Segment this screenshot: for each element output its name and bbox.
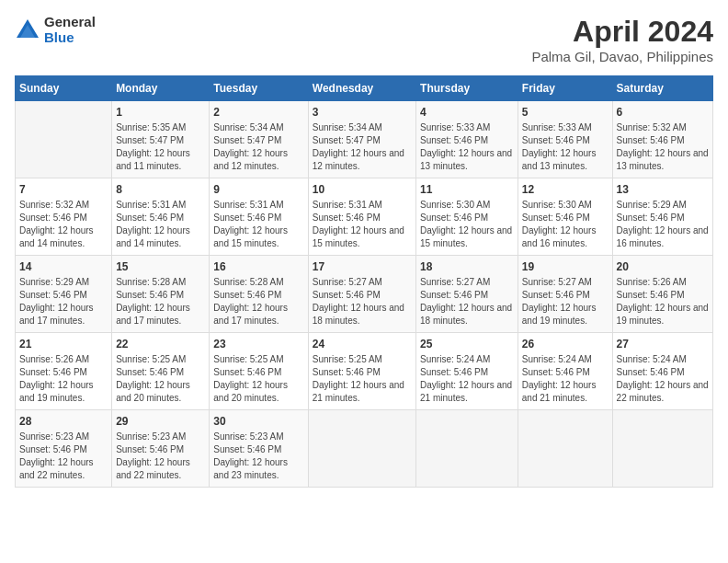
day-number: 3 (313, 106, 412, 119)
day-detail: Sunrise: 5:27 AMSunset: 5:46 PMDaylight:… (313, 276, 412, 327)
day-detail: Sunrise: 5:24 AMSunset: 5:46 PMDaylight:… (617, 353, 709, 405)
day-number: 29 (116, 415, 205, 428)
day-detail: Sunrise: 5:28 AMSunset: 5:46 PMDaylight:… (213, 276, 303, 327)
day-number: 7 (19, 183, 108, 196)
day-number: 30 (213, 415, 303, 428)
day-detail: Sunrise: 5:31 AMSunset: 5:46 PMDaylight:… (116, 199, 205, 250)
day-number: 15 (116, 260, 205, 273)
week-row-4: 21 Sunrise: 5:26 AMSunset: 5:46 PMDaylig… (16, 333, 713, 410)
day-detail: Sunrise: 5:28 AMSunset: 5:46 PMDaylight:… (116, 276, 205, 327)
day-number: 19 (522, 260, 609, 273)
day-detail: Sunrise: 5:26 AMSunset: 5:46 PMDaylight:… (19, 353, 108, 405)
calendar-cell: 22 Sunrise: 5:25 AMSunset: 5:46 PMDaylig… (112, 333, 210, 410)
header-tuesday: Tuesday (210, 76, 308, 101)
day-number: 8 (116, 183, 205, 196)
header-friday: Friday (518, 76, 612, 101)
calendar-cell: 9 Sunrise: 5:31 AMSunset: 5:46 PMDayligh… (210, 178, 308, 256)
calendar-cell: 24 Sunrise: 5:25 AMSunset: 5:46 PMDaylig… (308, 333, 415, 410)
calendar-cell: 8 Sunrise: 5:31 AMSunset: 5:46 PMDayligh… (112, 178, 210, 256)
logo-general-text: General (44, 15, 96, 30)
day-detail: Sunrise: 5:35 AMSunset: 5:47 PMDaylight:… (116, 121, 205, 173)
day-detail: Sunrise: 5:29 AMSunset: 5:46 PMDaylight:… (19, 276, 108, 327)
day-number: 20 (617, 260, 709, 273)
day-number: 17 (313, 260, 412, 273)
day-detail: Sunrise: 5:24 AMSunset: 5:46 PMDaylight:… (522, 353, 609, 405)
day-detail: Sunrise: 5:32 AMSunset: 5:46 PMDaylight:… (19, 199, 108, 250)
calendar-cell: 25 Sunrise: 5:24 AMSunset: 5:46 PMDaylig… (416, 333, 518, 410)
calendar-cell: 20 Sunrise: 5:26 AMSunset: 5:46 PMDaylig… (612, 256, 712, 333)
calendar-header-row: SundayMondayTuesdayWednesdayThursdayFrid… (16, 76, 713, 101)
calendar-cell: 2 Sunrise: 5:34 AMSunset: 5:47 PMDayligh… (210, 101, 308, 178)
day-detail: Sunrise: 5:25 AMSunset: 5:46 PMDaylight:… (213, 353, 303, 405)
calendar-cell: 6 Sunrise: 5:32 AMSunset: 5:46 PMDayligh… (612, 101, 712, 178)
calendar-cell: 18 Sunrise: 5:27 AMSunset: 5:46 PMDaylig… (416, 256, 518, 333)
week-row-5: 28 Sunrise: 5:23 AMSunset: 5:46 PMDaylig… (16, 410, 713, 488)
day-detail: Sunrise: 5:25 AMSunset: 5:46 PMDaylight:… (313, 353, 412, 405)
day-number: 23 (213, 338, 303, 350)
day-detail: Sunrise: 5:29 AMSunset: 5:46 PMDaylight:… (617, 199, 709, 250)
calendar-cell: 23 Sunrise: 5:25 AMSunset: 5:46 PMDaylig… (210, 333, 308, 410)
calendar-cell: 3 Sunrise: 5:34 AMSunset: 5:47 PMDayligh… (308, 101, 415, 178)
calendar-cell (308, 410, 415, 488)
day-detail: Sunrise: 5:31 AMSunset: 5:46 PMDaylight:… (313, 199, 412, 250)
day-detail: Sunrise: 5:32 AMSunset: 5:46 PMDaylight:… (617, 121, 709, 173)
day-detail: Sunrise: 5:23 AMSunset: 5:46 PMDaylight:… (116, 431, 205, 482)
day-detail: Sunrise: 5:31 AMSunset: 5:46 PMDaylight:… (213, 199, 303, 250)
logo-icon (15, 17, 40, 43)
day-number: 26 (522, 338, 609, 350)
day-number: 27 (617, 338, 709, 350)
week-row-1: 1 Sunrise: 5:35 AMSunset: 5:47 PMDayligh… (16, 101, 713, 178)
calendar-cell: 15 Sunrise: 5:28 AMSunset: 5:46 PMDaylig… (112, 256, 210, 333)
day-number: 22 (116, 338, 205, 350)
day-number: 12 (522, 183, 609, 196)
header-saturday: Saturday (612, 76, 712, 101)
day-number: 5 (522, 106, 609, 119)
calendar-cell: 28 Sunrise: 5:23 AMSunset: 5:46 PMDaylig… (16, 410, 112, 488)
calendar-cell: 1 Sunrise: 5:35 AMSunset: 5:47 PMDayligh… (112, 101, 210, 178)
main-title: April 2024 (531, 15, 713, 49)
calendar-cell (416, 410, 518, 488)
header-monday: Monday (112, 76, 210, 101)
day-number: 18 (420, 260, 514, 273)
title-block: April 2024 Palma Gil, Davao, Philippines (531, 15, 713, 64)
calendar-cell: 11 Sunrise: 5:30 AMSunset: 5:46 PMDaylig… (416, 178, 518, 256)
calendar-cell: 12 Sunrise: 5:30 AMSunset: 5:46 PMDaylig… (518, 178, 612, 256)
calendar-cell: 4 Sunrise: 5:33 AMSunset: 5:46 PMDayligh… (416, 101, 518, 178)
day-number: 1 (116, 106, 205, 119)
calendar-cell: 26 Sunrise: 5:24 AMSunset: 5:46 PMDaylig… (518, 333, 612, 410)
calendar-cell: 13 Sunrise: 5:29 AMSunset: 5:46 PMDaylig… (612, 178, 712, 256)
calendar-cell (16, 101, 112, 178)
subtitle: Palma Gil, Davao, Philippines (531, 49, 713, 64)
day-number: 14 (19, 260, 108, 273)
day-detail: Sunrise: 5:34 AMSunset: 5:47 PMDaylight:… (313, 121, 412, 173)
day-detail: Sunrise: 5:34 AMSunset: 5:47 PMDaylight:… (213, 121, 303, 173)
day-detail: Sunrise: 5:30 AMSunset: 5:46 PMDaylight:… (420, 199, 514, 250)
calendar-cell: 21 Sunrise: 5:26 AMSunset: 5:46 PMDaylig… (16, 333, 112, 410)
logo: General Blue (15, 15, 96, 45)
day-detail: Sunrise: 5:25 AMSunset: 5:46 PMDaylight:… (116, 353, 205, 405)
page-header: General Blue April 2024 Palma Gil, Davao… (15, 15, 713, 64)
logo-text: General Blue (44, 15, 96, 45)
header-thursday: Thursday (416, 76, 518, 101)
day-detail: Sunrise: 5:30 AMSunset: 5:46 PMDaylight:… (522, 199, 609, 250)
calendar-cell (518, 410, 612, 488)
day-number: 2 (213, 106, 303, 119)
week-row-3: 14 Sunrise: 5:29 AMSunset: 5:46 PMDaylig… (16, 256, 713, 333)
day-detail: Sunrise: 5:27 AMSunset: 5:46 PMDaylight:… (420, 276, 514, 327)
day-number: 11 (420, 183, 514, 196)
day-number: 10 (313, 183, 412, 196)
day-number: 25 (420, 338, 514, 350)
calendar-cell: 19 Sunrise: 5:27 AMSunset: 5:46 PMDaylig… (518, 256, 612, 333)
day-number: 28 (19, 415, 108, 428)
day-number: 6 (617, 106, 709, 119)
day-detail: Sunrise: 5:23 AMSunset: 5:46 PMDaylight:… (213, 431, 303, 482)
logo-blue-text: Blue (44, 30, 96, 46)
calendar-table: SundayMondayTuesdayWednesdayThursdayFrid… (15, 75, 713, 488)
calendar-cell: 16 Sunrise: 5:28 AMSunset: 5:46 PMDaylig… (210, 256, 308, 333)
header-sunday: Sunday (16, 76, 112, 101)
day-number: 4 (420, 106, 514, 119)
day-detail: Sunrise: 5:33 AMSunset: 5:46 PMDaylight:… (522, 121, 609, 173)
calendar-cell: 7 Sunrise: 5:32 AMSunset: 5:46 PMDayligh… (16, 178, 112, 256)
calendar-cell: 10 Sunrise: 5:31 AMSunset: 5:46 PMDaylig… (308, 178, 415, 256)
day-number: 24 (313, 338, 412, 350)
